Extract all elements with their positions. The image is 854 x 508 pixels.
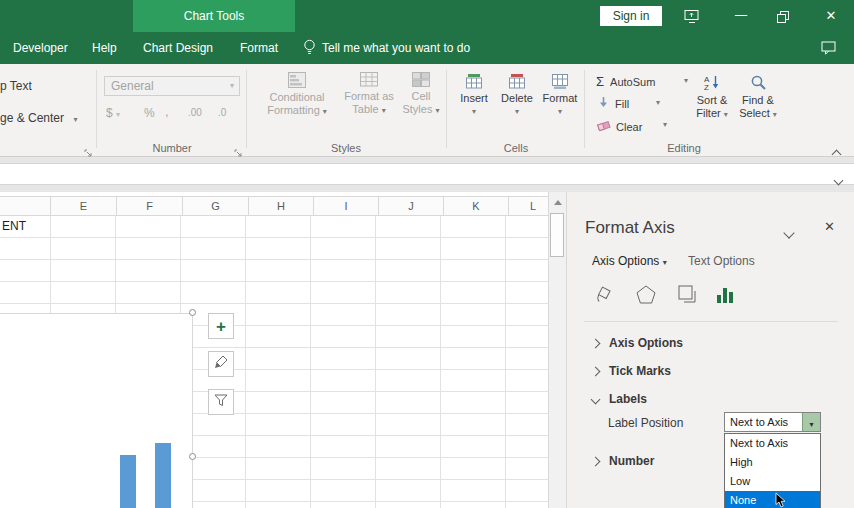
chevron-down-icon: ▾ bbox=[538, 105, 582, 118]
percent-style-button[interactable]: % bbox=[144, 106, 155, 120]
chart-bar bbox=[155, 443, 171, 508]
decrease-decimal-button[interactable]: .0 bbox=[218, 107, 226, 118]
delete-button[interactable]: Delete ▾ bbox=[495, 74, 539, 118]
minimize-button[interactable]: — bbox=[729, 0, 753, 32]
column-header[interactable]: H bbox=[249, 197, 314, 215]
group-separator bbox=[96, 70, 97, 148]
excel-window: Chart Tools Sign in — ✕ Developer Help C… bbox=[0, 0, 854, 508]
chart-elements-button[interactable]: + bbox=[208, 313, 234, 339]
column-header[interactable]: E bbox=[51, 197, 117, 215]
button-label: Filter ▾ bbox=[689, 107, 735, 121]
button-label: Format as bbox=[344, 90, 394, 103]
title-bar bbox=[0, 0, 854, 32]
chevron-down-icon: ▾ bbox=[684, 76, 688, 85]
format-as-table-button[interactable]: Format as Table ▾ bbox=[344, 72, 394, 117]
sort-filter-button[interactable]: AZ Sort & Filter ▾ bbox=[689, 74, 735, 121]
format-button[interactable]: Format ▾ bbox=[538, 74, 582, 118]
comments-icon[interactable] bbox=[821, 41, 837, 59]
axis-options-nav[interactable]: Axis Options ▾ bbox=[592, 254, 667, 268]
tab-chart-design[interactable]: Chart Design bbox=[136, 32, 220, 64]
fill-button[interactable]: Fill ▾ bbox=[598, 97, 660, 110]
increase-decimal-button[interactable]: .00 bbox=[188, 107, 202, 118]
comma-style-button[interactable]: , bbox=[165, 104, 169, 119]
tab-developer[interactable]: Developer bbox=[6, 32, 75, 64]
section-number[interactable]: Number bbox=[592, 451, 654, 469]
group-separator bbox=[246, 70, 247, 148]
merge-center-partial[interactable]: ge & Center ▾ bbox=[0, 111, 77, 125]
section-labels[interactable]: Labels bbox=[592, 389, 647, 407]
formula-bar-expand-button[interactable] bbox=[835, 170, 842, 188]
find-select-button[interactable]: Find & Select ▾ bbox=[735, 74, 781, 121]
cell-styles-button[interactable]: Cell Styles ▾ bbox=[398, 72, 444, 117]
option-next-to-axis[interactable]: Next to Axis bbox=[725, 434, 820, 453]
label-position-select[interactable]: Next to Axis ▾ bbox=[724, 412, 821, 432]
label-position-listbox: Next to Axis High Low None bbox=[724, 433, 821, 508]
autosum-button[interactable]: Σ AutoSum ▾ bbox=[596, 74, 688, 89]
wrap-text-partial[interactable]: p Text bbox=[0, 79, 32, 93]
column-header[interactable]: J bbox=[379, 197, 444, 215]
column-headers: E F G H I J K L bbox=[0, 196, 549, 216]
button-label: Table ▾ bbox=[344, 103, 394, 117]
plus-icon: + bbox=[216, 318, 226, 335]
chevron-down-icon: ▾ bbox=[382, 106, 386, 115]
chevron-right-icon bbox=[591, 339, 601, 349]
pane-close-button[interactable]: ✕ bbox=[824, 219, 835, 234]
button-label: Formatting ▾ bbox=[252, 104, 342, 118]
tell-me-box[interactable]: Tell me what you want to do bbox=[322, 32, 470, 64]
column-header[interactable]: G bbox=[183, 197, 249, 215]
column-header[interactable]: I bbox=[314, 197, 379, 215]
column-header-partial[interactable] bbox=[0, 197, 51, 215]
conditional-formatting-button[interactable]: Conditional Formatting ▾ bbox=[252, 72, 342, 118]
section-axis-options[interactable]: Axis Options bbox=[592, 333, 683, 351]
insert-button[interactable]: Insert ▾ bbox=[452, 74, 496, 118]
chart-filters-button[interactable] bbox=[208, 389, 234, 415]
select-arrow-button[interactable]: ▾ bbox=[802, 413, 820, 431]
effects-options-icon[interactable] bbox=[634, 283, 658, 311]
button-label: Styles ▾ bbox=[398, 103, 444, 117]
selection-handle[interactable] bbox=[189, 453, 196, 460]
accounting-format-button[interactable]: $ ▾ bbox=[106, 106, 120, 120]
axis-options-chart-icon[interactable] bbox=[715, 285, 739, 309]
button-label: Select ▾ bbox=[735, 107, 781, 121]
selection-handle[interactable] bbox=[189, 309, 196, 316]
styles-group-label: Styles bbox=[246, 142, 446, 154]
section-label: Tick Marks bbox=[609, 364, 671, 378]
tell-me-bulb-icon[interactable] bbox=[303, 39, 316, 60]
chevron-down-icon: ▾ bbox=[656, 98, 660, 107]
chevron-down-icon: ▾ bbox=[663, 258, 667, 267]
formula-bar[interactable] bbox=[0, 163, 854, 185]
text-options-nav[interactable]: Text Options bbox=[688, 254, 755, 268]
chevron-down-icon: ▾ bbox=[452, 105, 496, 118]
chart-bar bbox=[120, 455, 136, 508]
restore-button[interactable] bbox=[777, 10, 790, 28]
button-label: Sort & bbox=[689, 94, 735, 107]
tab-help[interactable]: Help bbox=[85, 32, 124, 64]
chevron-down-icon: ▾ bbox=[773, 110, 777, 119]
chevron-down-icon: ▾ bbox=[724, 110, 728, 119]
column-header[interactable]: K bbox=[444, 197, 509, 215]
chart-area[interactable] bbox=[0, 313, 193, 508]
clear-button[interactable]: Clear ▾ bbox=[597, 119, 667, 133]
close-button[interactable]: ✕ bbox=[818, 0, 844, 32]
pane-collapse-button[interactable] bbox=[785, 223, 793, 241]
scroll-up-button[interactable] bbox=[549, 194, 566, 210]
chart-tools-header: Chart Tools bbox=[133, 0, 295, 32]
chevron-down-icon: ▾ bbox=[116, 110, 120, 119]
size-properties-options-icon[interactable] bbox=[676, 283, 700, 311]
ribbon-display-options-icon[interactable] bbox=[684, 9, 700, 28]
tab-format[interactable]: Format bbox=[233, 32, 285, 64]
option-none[interactable]: None bbox=[725, 491, 820, 508]
fill-line-options-icon[interactable] bbox=[592, 283, 616, 311]
chart-styles-button[interactable] bbox=[208, 351, 234, 377]
number-format-select[interactable]: General ▾ bbox=[104, 76, 240, 96]
chevron-right-icon bbox=[591, 457, 601, 467]
option-high[interactable]: High bbox=[725, 453, 820, 472]
section-tick-marks[interactable]: Tick Marks bbox=[592, 361, 671, 379]
scrollbar-thumb[interactable] bbox=[550, 213, 564, 257]
sign-in-button[interactable]: Sign in bbox=[600, 6, 662, 26]
button-label: Cell bbox=[398, 90, 444, 103]
column-header[interactable]: F bbox=[117, 197, 183, 215]
option-low[interactable]: Low bbox=[725, 472, 820, 491]
nav-label: Axis Options bbox=[592, 254, 659, 268]
fill-icon bbox=[598, 98, 609, 110]
